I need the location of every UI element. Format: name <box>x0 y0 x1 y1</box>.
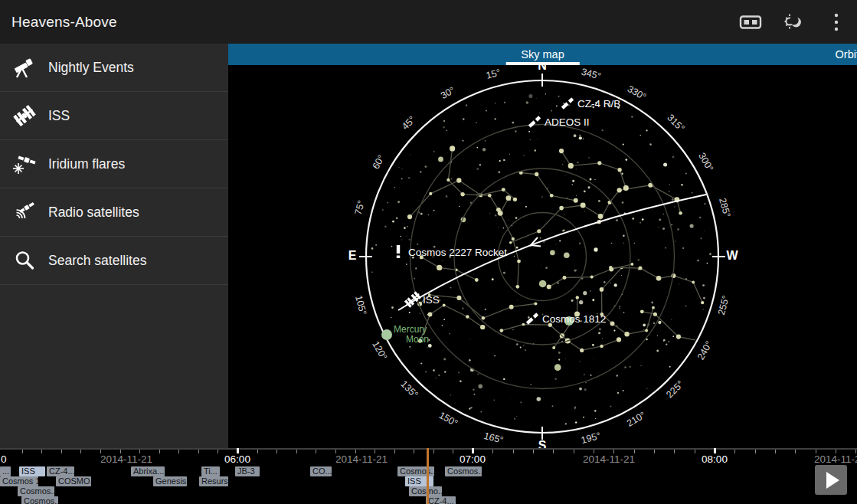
timeline-event-chip[interactable]: Abrixa... <box>131 466 165 476</box>
timeline-minor-tick <box>574 450 574 453</box>
tab-sky-map[interactable]: Sky map <box>521 44 564 65</box>
timeline-hour-tick <box>237 448 239 453</box>
timeline-minor-tick <box>513 450 514 453</box>
timeline-minor-tick <box>654 450 655 453</box>
timeline-minor-tick <box>394 450 395 453</box>
timeline-hour-label: 07:00 <box>460 453 486 465</box>
timeline-event-chip[interactable]: Cosmos... <box>445 466 482 476</box>
tab-bar: Sky map Orbit <box>228 44 857 65</box>
sidebar-item-radio-satellites[interactable]: Radio satellites <box>0 188 228 237</box>
sidebar: Nightly Events ISS Iridium flares Radio … <box>0 44 228 448</box>
timeline-minor-tick <box>218 450 218 453</box>
compass-label-E: E <box>348 249 357 262</box>
timeline-minor-tick <box>674 450 675 453</box>
event-timeline[interactable]: 006:0007:0008:002014-11-212014-11-212014… <box>0 448 857 504</box>
satellite-label: Cosmos 2227 Rocket <box>408 247 507 258</box>
timeline-minor-tick <box>433 450 434 453</box>
sidebar-item-label: Radio satellites <box>48 205 139 221</box>
timeline-minor-tick <box>414 450 414 453</box>
satellite-cosmos-2227-rocket[interactable]: Cosmos 2227 Rocket <box>397 245 508 258</box>
sidebar-item-iss[interactable]: ISS <box>0 92 228 140</box>
play-button[interactable] <box>815 465 847 495</box>
timeline-minor-tick <box>257 450 258 453</box>
radio-icon <box>11 199 38 225</box>
timeline-date-label: 2014-11-21 <box>100 453 152 465</box>
sidebar-item-nightly-events[interactable]: Nightly Events <box>0 44 228 92</box>
top-action-bar: Heavens-Above <box>0 0 857 44</box>
sidebar-item-label: Nightly Events <box>48 60 134 76</box>
timeline-minor-tick <box>61 450 62 453</box>
planet-label-mercury: Mercury <box>394 324 427 335</box>
timeline-cursor[interactable] <box>427 448 429 504</box>
satellite-label: Cosmos 1812 <box>542 313 606 325</box>
timeline-event-chip[interactable]: Genesis I <box>153 476 187 486</box>
satellite-label: CZ-4 R/B <box>577 98 620 110</box>
timeline-event-chip[interactable]: JB-3 <box>235 466 260 476</box>
timeline-minor-tick <box>492 450 493 453</box>
sky-map[interactable]: NESW15°30°45°60°75°105°120°135°150°165°1… <box>228 65 857 448</box>
timeline-event-chip[interactable]: CO... <box>310 466 332 476</box>
iridium-icon <box>11 151 38 177</box>
timeline-event-chip[interactable]: Cosmo... <box>409 486 442 496</box>
timeline-event-chip[interactable]: ... <box>0 466 11 476</box>
topbar-actions <box>738 9 849 35</box>
planet-label-moon: Moon <box>406 334 429 345</box>
timeline-event-chip[interactable]: Cosmos... <box>18 486 54 496</box>
timeline-minor-tick <box>80 450 81 453</box>
app-title: Heavens-Above <box>11 14 117 31</box>
timeline-hour-label: 08:00 <box>702 453 728 465</box>
timeline-minor-tick <box>553 450 554 453</box>
sidebar-item-label: Iridium flares <box>48 156 125 172</box>
timeline-hour-tick <box>472 448 474 453</box>
timeline-event-chip[interactable]: Cosmos... <box>21 496 58 504</box>
timeline-date-label: 2014-11-21 <box>335 453 388 465</box>
iss-icon <box>11 103 38 129</box>
compass-label-W: W <box>726 249 738 262</box>
timeline-minor-tick <box>533 450 534 453</box>
timeline-minor-tick <box>453 450 453 453</box>
day-night-icon[interactable] <box>780 9 806 35</box>
timeline-minor-tick <box>775 450 776 453</box>
timeline-minor-tick <box>22 450 23 453</box>
overflow-menu-icon[interactable] <box>823 9 849 35</box>
timeline-event-chip[interactable]: Ti... <box>201 466 220 476</box>
sidebar-item-label: ISS <box>48 108 70 124</box>
skymap-panel: Sky map Orbit NESW15°30°45°60°75°105°120… <box>228 44 857 448</box>
compass-label-S: S <box>538 439 547 448</box>
timeline-minor-tick <box>41 450 42 453</box>
satellite-label: ADEOS II <box>545 116 590 128</box>
stereo-view-icon[interactable] <box>738 9 764 35</box>
timeline-minor-tick <box>695 450 695 453</box>
timeline-minor-tick <box>755 450 756 453</box>
sidebar-item-iridium-flares[interactable]: Iridium flares <box>0 140 228 188</box>
timeline-event-chip[interactable]: CZ-4... <box>47 466 74 476</box>
sidebar-item-label: Search satellites <box>48 253 146 269</box>
timeline-event-chip[interactable]: CZ-4... <box>426 496 456 504</box>
timeline-event-chip[interactable]: ISS <box>19 466 45 476</box>
timeline-minor-tick <box>795 450 796 453</box>
timeline-event-chip[interactable]: Cosmos 1... <box>0 476 38 486</box>
tab-orbit[interactable]: Orbit <box>836 44 857 65</box>
content-row: Nightly Events ISS Iridium flares Radio … <box>0 44 857 448</box>
play-icon <box>826 472 839 489</box>
heavens-above-app: Heavens-Above <box>0 0 857 504</box>
timeline-minor-tick <box>198 450 199 453</box>
telescope-icon <box>11 54 38 80</box>
timeline-minor-tick <box>159 450 160 453</box>
timeline-event-chip[interactable]: COSMO... <box>56 476 91 486</box>
compass-label-N: N <box>538 65 547 72</box>
timeline-minor-tick <box>276 450 277 453</box>
timeline-minor-tick <box>316 450 316 453</box>
timeline-minor-tick <box>734 450 735 453</box>
timeline-hour-label: 0 <box>1 453 7 465</box>
timeline-date-label: 2014-11-21 <box>814 453 857 465</box>
timeline-event-chip[interactable]: Resurs... <box>199 476 228 486</box>
timeline-event-chip[interactable]: ISS <box>405 476 433 486</box>
timeline-minor-tick <box>296 450 297 453</box>
timeline-minor-tick <box>178 450 179 453</box>
sidebar-item-search-satellites[interactable]: Search satellites <box>0 237 228 285</box>
mercury-disc[interactable] <box>381 329 392 340</box>
search-icon <box>11 247 38 273</box>
timeline-hour-label: 06:00 <box>224 453 250 465</box>
satellite-label: ISS <box>423 294 440 306</box>
